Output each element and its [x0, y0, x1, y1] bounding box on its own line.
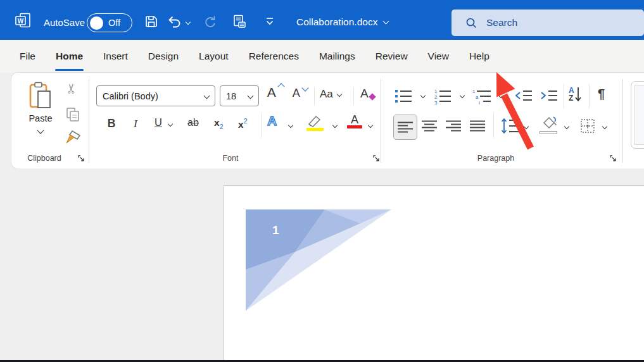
undo-dropdown-chevron-icon[interactable] — [186, 20, 191, 25]
subscript-button[interactable]: x2 — [214, 117, 223, 130]
title-bar: W AutoSave Off — [0, 0, 644, 40]
annotation-arrow-to-view — [481, 63, 545, 155]
numbering-glyph-1: 1 — [434, 89, 438, 94]
clear-formatting-button[interactable]: A — [360, 87, 376, 101]
cut-icon[interactable]: ✂ — [64, 83, 79, 94]
bullet-list-chevron-icon[interactable] — [420, 93, 426, 98]
grow-font-button[interactable]: A — [265, 85, 286, 100]
font-name-chevron-icon — [204, 93, 210, 99]
save-icon[interactable] — [144, 15, 158, 28]
align-left-icon — [397, 121, 414, 134]
paragraph-dialog-launcher-icon[interactable] — [609, 154, 617, 162]
group-separator — [622, 79, 623, 163]
superscript-button[interactable]: x2 — [238, 117, 247, 130]
active-tab-underline — [55, 69, 84, 71]
mini-separator — [353, 87, 354, 106]
shrink-font-button[interactable]: A — [290, 87, 310, 100]
paste-button[interactable]: Paste — [18, 78, 63, 147]
word-icon-letter: W — [18, 18, 24, 25]
underline-button[interactable]: U — [151, 116, 166, 128]
shrink-font-caret-icon — [302, 84, 309, 91]
multilevel-glyph-3: i — [479, 100, 480, 104]
change-case-chevron-icon — [337, 92, 342, 97]
paste-clipboard-icon — [28, 82, 53, 109]
tab-design[interactable]: Design — [148, 48, 179, 65]
tab-references[interactable]: References — [248, 48, 300, 65]
sort-arrow-icon — [574, 86, 582, 103]
text-effects-letter: A — [267, 113, 277, 128]
document-title-text: Collaboration.docx — [296, 16, 377, 28]
text-effects-button[interactable]: A — [267, 113, 277, 128]
superscript-base: x — [238, 119, 244, 130]
customize-toolbar-chevron-icon[interactable] — [265, 17, 275, 26]
borders-button-icon[interactable] — [580, 118, 595, 134]
sort-letter-z: Z — [569, 94, 574, 102]
autosave-toggle[interactable]: Off — [87, 13, 132, 32]
font-color-chevron-icon[interactable] — [368, 123, 373, 128]
font-color-button[interactable]: A — [347, 113, 362, 128]
ribbon-home: Paste ✂ Clipboard Calibri (Body) 18 — [11, 73, 644, 168]
strikethrough-button[interactable]: ab — [187, 117, 199, 128]
change-case-button[interactable]: Aa — [320, 88, 341, 101]
superscript-number: 2 — [244, 117, 248, 125]
undo-icon[interactable] — [167, 15, 182, 28]
change-case-label: Aa — [320, 88, 333, 101]
clipboard-dialog-launcher-icon[interactable] — [77, 154, 85, 162]
group-separator — [381, 79, 381, 163]
word-window: W AutoSave Off — [0, 0, 644, 362]
italic-button[interactable]: I — [128, 117, 143, 130]
autosave-label: AutoSave — [44, 17, 85, 28]
font-dialog-launcher-icon[interactable] — [372, 154, 380, 162]
clear-formatting-eraser-icon — [369, 93, 376, 100]
styles-gallery-partial[interactable] — [631, 81, 644, 149]
copy-icon[interactable] — [66, 107, 80, 122]
font-size-combobox[interactable]: 18 — [220, 85, 259, 106]
tab-review[interactable]: Review — [375, 48, 408, 65]
highlighter-icon — [306, 115, 323, 127]
show-paragraph-marks-button[interactable]: ¶ — [598, 87, 605, 101]
highlight-color-swatch — [306, 128, 324, 131]
shading-chevron-icon[interactable] — [564, 124, 569, 129]
font-name-combobox[interactable]: Calibri (Body) — [96, 85, 215, 106]
print-preview-icon[interactable] — [232, 14, 247, 29]
font-color-letter: A — [351, 113, 358, 126]
tab-insert[interactable]: Insert — [103, 48, 129, 65]
numbered-list-icon[interactable]: 1 2 3 — [433, 88, 452, 104]
highlight-chevron-icon[interactable] — [332, 123, 338, 128]
sort-button[interactable]: A Z — [569, 86, 582, 103]
align-left-button-selected[interactable] — [393, 115, 417, 140]
title-dropdown-chevron-icon — [383, 18, 389, 25]
clipboard-group-label: Clipboard — [11, 154, 77, 163]
highlight-color-button[interactable] — [306, 115, 325, 131]
style-preview-tile — [635, 85, 644, 145]
bullet-list-icon[interactable] — [394, 88, 413, 104]
tab-home-label: Home — [56, 51, 83, 61]
ribbon-tab-bar: File Home Insert Design Layout Reference… — [0, 40, 644, 73]
numbered-list-chevron-icon[interactable] — [460, 93, 465, 98]
tab-view[interactable]: View — [427, 48, 450, 65]
underline-chevron-icon[interactable] — [168, 122, 173, 127]
text-effects-chevron-icon[interactable] — [288, 123, 293, 128]
tab-mailings[interactable]: Mailings — [319, 48, 356, 65]
search-box[interactable]: Search — [451, 9, 644, 36]
multilevel-glyph-1: 1 — [472, 89, 476, 94]
word-app-icon[interactable]: W — [15, 12, 32, 29]
mini-separator — [314, 87, 315, 106]
tab-layout[interactable]: Layout — [198, 48, 229, 65]
cover-page-triangle-decoration — [246, 209, 391, 311]
grow-font-caret-icon — [278, 83, 285, 90]
font-name-value: Calibri (Body) — [103, 91, 158, 101]
align-right-icon[interactable] — [445, 120, 462, 132]
tab-file[interactable]: File — [19, 48, 36, 65]
format-painter-icon[interactable] — [63, 130, 81, 145]
tab-help[interactable]: Help — [469, 48, 490, 65]
mini-separator — [261, 113, 262, 137]
bold-button[interactable]: B — [104, 117, 119, 130]
document-title[interactable]: Collaboration.docx — [296, 16, 388, 28]
borders-chevron-icon[interactable] — [602, 124, 607, 129]
tab-home[interactable]: Home — [55, 48, 84, 65]
align-center-icon[interactable] — [421, 120, 438, 132]
multilevel-glyph-2: a — [476, 94, 479, 100]
page-decoration-number: 1 — [272, 223, 279, 237]
search-label: Search — [486, 17, 517, 28]
